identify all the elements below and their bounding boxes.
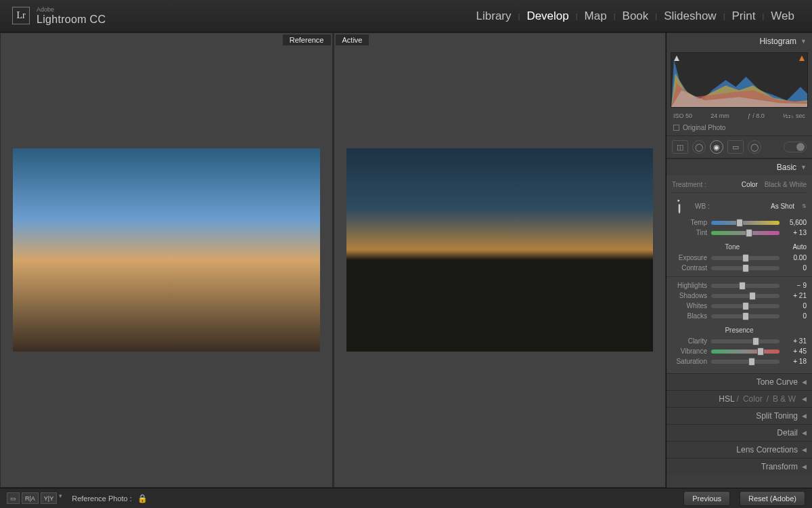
histogram-graph[interactable] xyxy=(671,52,808,108)
contrast-value[interactable]: 0 xyxy=(784,264,807,272)
dropdown-icon[interactable]: ⇅ xyxy=(802,203,807,209)
disclosure-left-icon: ◀ xyxy=(802,379,807,385)
basic-header[interactable]: Basic ▼ xyxy=(667,158,812,175)
loupe-view-button[interactable]: ▭ xyxy=(7,492,20,504)
active-photo[interactable] xyxy=(346,148,654,352)
contrast-slider[interactable]: Contrast 0 xyxy=(672,263,807,273)
module-develop[interactable]: Develop xyxy=(521,9,574,23)
slider-thumb[interactable] xyxy=(742,264,749,272)
collapsed-panels: Tone Curve ◀ HSL / Color / B & W ◀ Split… xyxy=(667,373,812,475)
eyedropper-icon[interactable] xyxy=(669,195,690,216)
wb-value[interactable]: As Shot xyxy=(771,203,794,210)
module-web[interactable]: Web xyxy=(765,9,800,23)
detail-header[interactable]: Detail ◀ xyxy=(667,424,812,441)
slider-thumb[interactable] xyxy=(742,254,749,262)
slider-thumb[interactable] xyxy=(736,219,743,227)
module-slideshow[interactable]: Slideshow xyxy=(658,9,722,23)
disclosure-left-icon: ◀ xyxy=(802,396,807,402)
hsl-header[interactable]: HSL / Color / B & W ◀ xyxy=(667,390,812,407)
treatment-label: Treatment : xyxy=(672,181,706,188)
shadows-slider[interactable]: Shadows + 21 xyxy=(672,291,807,301)
clarity-slider[interactable]: Clarity + 31 xyxy=(672,336,807,346)
reference-photo[interactable] xyxy=(13,148,320,352)
slider-thumb[interactable] xyxy=(748,358,755,366)
transform-title: Transform xyxy=(761,462,798,471)
grad-tool-icon[interactable]: ▭ xyxy=(727,140,744,154)
redeye-tool-icon[interactable]: ◉ xyxy=(710,140,723,154)
ref-photo-label: Reference Photo : xyxy=(72,494,132,503)
ref-active-button[interactable]: R|A xyxy=(22,492,39,504)
highlights-value[interactable]: − 9 xyxy=(784,282,807,289)
disclosure-left-icon: ◀ xyxy=(802,446,807,453)
spot-tool-icon[interactable]: ◯ xyxy=(692,140,706,154)
reference-pane[interactable]: Reference xyxy=(0,33,333,488)
module-sep: | xyxy=(761,12,765,20)
detail-title: Detail xyxy=(777,428,798,438)
saturation-label: Saturation xyxy=(672,358,707,365)
auto-button[interactable]: Auto xyxy=(792,243,807,251)
module-print[interactable]: Print xyxy=(727,9,761,23)
temp-value[interactable]: 5,600 xyxy=(784,219,807,226)
before-after-button[interactable]: Y|Y xyxy=(41,492,57,504)
reset-button[interactable]: Reset (Adobe) xyxy=(740,491,805,506)
crop-tool-icon[interactable]: ◫ xyxy=(672,140,688,154)
blacks-value[interactable]: 0 xyxy=(784,312,807,320)
wb-label: WB : xyxy=(695,203,710,210)
treatment-bw[interactable]: Black & White xyxy=(765,181,807,188)
slider-thumb[interactable] xyxy=(742,302,749,310)
tint-value[interactable]: + 13 xyxy=(784,229,807,236)
saturation-value[interactable]: + 18 xyxy=(784,358,807,365)
module-sep: | xyxy=(517,12,522,20)
exposure-slider[interactable]: Exposure 0.00 xyxy=(672,253,807,263)
slider-thumb[interactable] xyxy=(739,282,746,290)
contrast-label: Contrast xyxy=(672,264,707,272)
module-sep: | xyxy=(722,12,727,20)
vibrance-label: Vibrance xyxy=(672,347,707,355)
transform-header[interactable]: Transform ◀ xyxy=(667,458,812,475)
original-checkbox[interactable] xyxy=(673,125,679,131)
split-toning-header[interactable]: Split Toning ◀ xyxy=(667,407,812,424)
module-map[interactable]: Map xyxy=(579,9,612,23)
slider-thumb[interactable] xyxy=(757,347,764,356)
active-pane[interactable]: Active xyxy=(333,33,667,488)
tone-curve-header[interactable]: Tone Curve ◀ xyxy=(667,373,812,390)
hsl-sep: / xyxy=(765,394,771,404)
slider-thumb[interactable] xyxy=(746,229,752,237)
treatment-color[interactable]: Color xyxy=(742,181,758,188)
tool-switch[interactable] xyxy=(784,142,807,152)
lock-icon[interactable]: 🔒 xyxy=(137,494,148,503)
whites-value[interactable]: 0 xyxy=(784,302,807,310)
shadows-value[interactable]: + 21 xyxy=(784,292,807,299)
original-photo-row[interactable]: Original Photo xyxy=(667,122,812,135)
divider xyxy=(667,276,812,277)
module-library[interactable]: Library xyxy=(471,9,517,23)
app-logo: Lr Adobe Lightroom CC xyxy=(12,7,106,25)
slider-thumb[interactable] xyxy=(749,292,756,300)
temp-slider[interactable]: Temp 5,600 xyxy=(672,217,807,228)
module-book[interactable]: Book xyxy=(617,9,654,23)
vibrance-slider[interactable]: Vibrance + 45 xyxy=(672,346,807,356)
highlights-label: Highlights xyxy=(672,282,707,289)
lens-title: Lens Corrections xyxy=(736,445,798,454)
vibrance-value[interactable]: + 45 xyxy=(784,347,807,355)
blacks-slider[interactable]: Blacks 0 xyxy=(672,311,807,321)
slider-thumb[interactable] xyxy=(742,312,749,320)
radial-tool-icon[interactable]: ◯ xyxy=(748,140,761,154)
right-panel: Histogram ▼ ISO 50 24 mm ƒ / 8.0 ¹⁄₁₂₅ s… xyxy=(667,33,812,488)
exposure-value[interactable]: 0.00 xyxy=(784,254,807,261)
histogram-header[interactable]: Histogram ▼ xyxy=(667,33,812,49)
clarity-value[interactable]: + 31 xyxy=(784,337,807,345)
previous-button[interactable]: Previous xyxy=(683,491,730,506)
highlights-slider[interactable]: Highlights − 9 xyxy=(672,280,807,291)
disclosure-down-icon: ▼ xyxy=(800,164,807,171)
tint-slider[interactable]: Tint + 13 xyxy=(672,228,807,238)
basic-title: Basic xyxy=(777,163,796,172)
chevron-down-icon[interactable]: ▾ xyxy=(59,492,62,504)
lens-header[interactable]: Lens Corrections ◀ xyxy=(667,441,812,458)
hsl-color: Color xyxy=(741,394,765,404)
saturation-slider[interactable]: Saturation + 18 xyxy=(672,356,807,366)
histogram-shutter: ¹⁄₁₂₅ sec xyxy=(783,112,805,119)
bottom-toolbar: ▭ R|A Y|Y ▾ Reference Photo : 🔒 Previous… xyxy=(0,488,812,508)
whites-slider[interactable]: Whites 0 xyxy=(672,301,807,311)
slider-thumb[interactable] xyxy=(752,337,759,345)
